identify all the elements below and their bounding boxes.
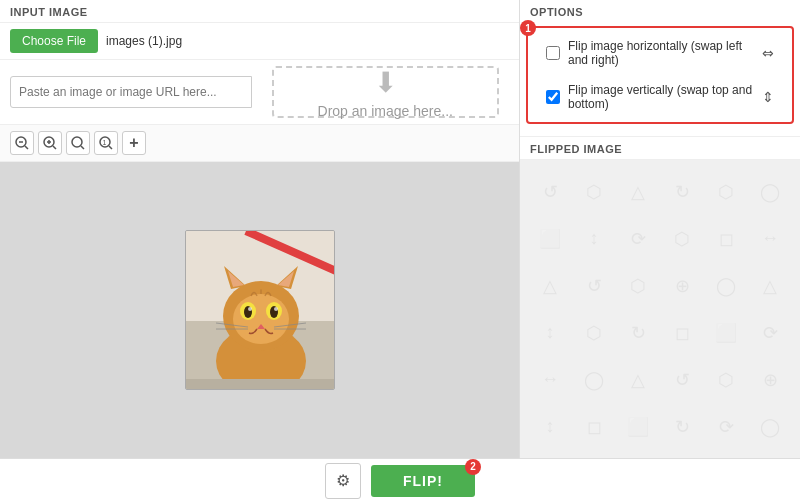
wm-icon: △ (618, 170, 658, 213)
wm-icon: ⬜ (706, 311, 746, 354)
right-panel: OPTIONS 1 Flip image horizontally (swap … (520, 0, 800, 458)
wm-icon: △ (530, 264, 570, 307)
wm-icon: ⬡ (618, 264, 658, 307)
svg-point-21 (233, 294, 289, 344)
wm-icon: ↔ (530, 358, 570, 401)
options-section: OPTIONS 1 Flip image horizontally (swap … (520, 0, 800, 137)
wm-icon: ◯ (750, 405, 790, 448)
wm-icon: ⬡ (574, 311, 614, 354)
flip-horizontal-label[interactable]: Flip image horizontally (swap left and r… (568, 39, 754, 67)
wm-icon: ⬡ (706, 170, 746, 213)
wm-icon: ◯ (706, 264, 746, 307)
flip-horizontal-icon: ⇔ (762, 45, 774, 61)
flipped-image-header: FLIPPED IMAGE (520, 137, 800, 160)
wm-icon: ⬡ (662, 217, 702, 260)
wm-icon: ↕ (574, 217, 614, 260)
svg-line-2 (25, 146, 28, 149)
wm-icon: ↕ (530, 311, 570, 354)
wm-icon: ↕ (530, 405, 570, 448)
wm-icon: ⬡ (706, 358, 746, 401)
wm-icon: ⊕ (750, 358, 790, 401)
wm-icon: ◯ (574, 358, 614, 401)
wm-icon: ⬜ (530, 217, 570, 260)
watermark-pattern: ↺ ⬡ △ ↻ ⬡ ◯ ⬜ ↕ ⟳ ⬡ ◻ ↔ △ ↺ ⬡ ⊕ ◯ △ ↕ ⬡ (520, 160, 800, 458)
svg-text:1: 1 (103, 139, 107, 146)
image-canvas (0, 162, 519, 458)
svg-point-7 (72, 137, 82, 147)
svg-line-8 (81, 146, 84, 149)
wm-icon: ↔ (750, 217, 790, 260)
wm-icon: ↻ (618, 311, 658, 354)
settings-icon: ⚙ (336, 471, 350, 490)
drop-zone-label: Drop an image here... (318, 103, 453, 119)
wm-icon: ⬡ (574, 170, 614, 213)
flip-button[interactable]: FLIP! (371, 465, 475, 497)
wm-icon: ◻ (662, 311, 702, 354)
wm-icon: △ (618, 358, 658, 401)
wm-icon: ↺ (574, 264, 614, 307)
wm-icon: ◻ (574, 405, 614, 448)
flip-vertical-checkbox[interactable] (546, 90, 560, 104)
flip-horizontal-checkbox[interactable] (546, 46, 560, 60)
wm-icon: △ (750, 264, 790, 307)
settings-button[interactable]: ⚙ (325, 463, 361, 499)
zoom-reset-button[interactable]: 1 (94, 131, 118, 155)
filename-label: images (1).jpg (106, 34, 182, 48)
input-image-header: INPUT IMAGE (0, 0, 519, 23)
flip-vertical-icon: ⇕ (762, 89, 774, 105)
drop-zone[interactable]: ⬇ Drop an image here... (272, 66, 500, 118)
flip-button-wrapper: FLIP! 2 (371, 465, 475, 497)
footer: ⚙ FLIP! 2 (0, 458, 800, 502)
url-drop-row: ⬇ Drop an image here... (0, 60, 519, 125)
wm-icon: ⬜ (618, 405, 658, 448)
wm-icon: ↺ (530, 170, 570, 213)
zoom-in-button[interactable] (38, 131, 62, 155)
badge-1: 1 (520, 20, 536, 36)
wm-icon: ⟳ (750, 311, 790, 354)
wm-icon: ◻ (706, 217, 746, 260)
zoom-toolbar: 1 + (0, 125, 519, 162)
wm-icon: ↻ (662, 170, 702, 213)
wm-icon: ◯ (750, 170, 790, 213)
wm-icon: ⟳ (706, 405, 746, 448)
left-panel: INPUT IMAGE Choose File images (1).jpg ⬇… (0, 0, 520, 458)
svg-rect-33 (186, 379, 335, 390)
zoom-fit-button[interactable] (66, 131, 90, 155)
flip-vertical-label[interactable]: Flip image vertically (swap top and bott… (568, 83, 754, 111)
svg-point-27 (274, 307, 278, 311)
wm-icon: ⊕ (662, 264, 702, 307)
drop-icon: ⬇ (374, 66, 397, 99)
wm-icon: ↺ (662, 358, 702, 401)
option-flip-horizontal: Flip image horizontally (swap left and r… (534, 32, 786, 74)
zoom-out-button[interactable] (10, 131, 34, 155)
svg-point-26 (248, 307, 252, 311)
option-flip-vertical: Flip image vertically (swap top and bott… (534, 76, 786, 118)
wm-icon: ⟳ (618, 217, 658, 260)
wm-icon: ↻ (662, 405, 702, 448)
file-row: Choose File images (1).jpg (0, 23, 519, 60)
choose-file-button[interactable]: Choose File (10, 29, 98, 53)
svg-line-10 (109, 146, 112, 149)
add-button[interactable]: + (122, 131, 146, 155)
cat-image (186, 231, 335, 390)
flipped-image-area: ↺ ⬡ △ ↻ ⬡ ◯ ⬜ ↕ ⟳ ⬡ ◻ ↔ △ ↺ ⬡ ⊕ ◯ △ ↕ ⬡ (520, 160, 800, 458)
badge-2: 2 (465, 459, 481, 475)
options-header: OPTIONS (520, 0, 800, 22)
svg-line-6 (53, 146, 56, 149)
url-input[interactable] (10, 76, 252, 108)
